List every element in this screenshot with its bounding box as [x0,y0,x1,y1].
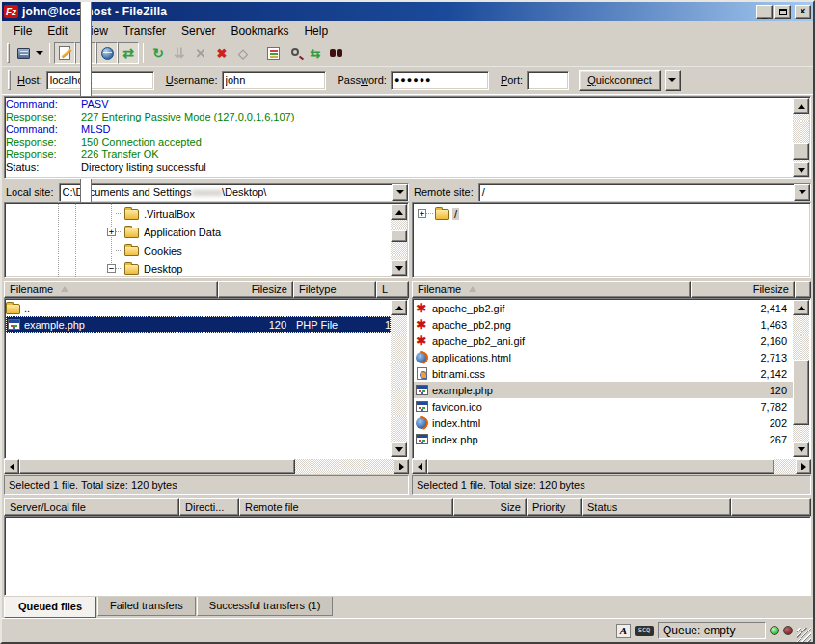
menu-edit[interactable]: Edit [40,22,75,40]
site-manager-dropdown[interactable] [34,42,45,64]
column-header-priority[interactable]: Priority [527,498,582,516]
quickbar-grip[interactable] [8,70,11,90]
process-queue-button[interactable]: ⇊ [169,42,190,64]
scroll-left-button[interactable] [4,459,19,474]
scroll-right-button[interactable] [796,459,811,474]
scroll-left-button[interactable] [412,459,427,474]
binoculars-icon [330,49,343,58]
file-row[interactable]: ✱apache_pb2.gif2,414 [414,300,793,316]
local-list-horizontal-scrollbar[interactable] [4,459,409,474]
remote-list-vertical-scrollbar[interactable] [793,300,809,457]
remote-site-combo[interactable]: / [478,183,811,201]
tree-item[interactable]: Cookies [6,241,391,259]
file-row[interactable]: index.html202 [414,415,793,431]
file-row[interactable]: bitnami.css2,142 [414,365,793,382]
scroll-right-button[interactable] [394,459,409,474]
file-row[interactable]: ✱apache_pb2_ani.gif2,160 [414,333,793,349]
menu-bookmarks[interactable]: Bookmarks [223,22,296,40]
scroll-thumb[interactable] [391,230,407,242]
scroll-down-button[interactable] [391,442,407,457]
directory-comparison-button[interactable] [284,42,305,64]
menu-help[interactable]: Help [296,22,336,40]
toggle-queue-button[interactable]: ⇄ [118,42,139,64]
tree-item[interactable]: .VirtualBox [6,204,391,223]
scroll-down-button[interactable] [391,260,407,276]
toolbar-grip[interactable] [7,43,10,63]
column-header-filetype[interactable]: Filetype [293,281,376,298]
scroll-thumb[interactable] [427,459,774,474]
scroll-down-button[interactable] [793,442,809,457]
scroll-down-button[interactable] [793,162,809,177]
scroll-up-button[interactable] [793,98,809,114]
queue-status-panel: Queue: empty [658,622,766,639]
menu-server[interactable]: Server [174,22,223,40]
file-row[interactable]: applications.html2,713 [414,349,793,365]
queue-list[interactable] [4,516,811,596]
scroll-thumb[interactable] [793,143,809,160]
resize-grip[interactable] [797,628,811,642]
reconnect-button[interactable]: ◇ [232,42,254,64]
file-row-selected[interactable]: example.php120 [414,382,793,398]
local-list-vertical-scrollbar[interactable] [391,300,407,457]
minimize-button[interactable]: _ [756,5,773,19]
file-row-parent-dir[interactable]: .. [6,300,391,316]
scroll-thumb[interactable] [793,360,809,425]
site-manager-button[interactable] [13,42,34,64]
local-site-combo-button[interactable] [392,184,408,201]
file-row[interactable]: ✱apache_pb2.png1,463 [414,316,793,333]
column-header-direction[interactable]: Directi... [179,498,239,516]
column-header-lastmodified[interactable]: L [376,281,409,298]
port-input[interactable] [527,71,569,90]
menu-file[interactable]: File [6,22,40,40]
disconnect-button[interactable]: ✖ [211,42,232,64]
column-header-status[interactable]: Status [582,498,731,516]
remote-site-combo-button[interactable] [794,184,810,201]
column-header-size[interactable]: Size [453,498,527,516]
toolbar-separator [143,43,144,63]
scroll-up-button[interactable] [793,300,809,315]
tree-item[interactable]: −Desktop [6,259,391,276]
tab-failed-transfers[interactable]: Failed transfers [97,597,196,616]
tree-item[interactable]: +Application Data [6,223,391,241]
filter-button[interactable] [262,42,284,64]
menu-transfer[interactable]: Transfer [116,22,174,40]
expand-icon[interactable]: + [418,209,426,218]
tab-successful-transfers[interactable]: Successful transfers (1) [197,597,334,616]
cancel-button[interactable]: ✕ [190,42,211,64]
refresh-button[interactable]: ↻ [148,42,169,64]
column-header-server-local-file[interactable]: Server/Local file [4,498,179,516]
scroll-up-button[interactable] [391,204,407,220]
remote-list-horizontal-scrollbar[interactable] [412,459,811,474]
host-input[interactable] [46,71,154,90]
local-site-combo[interactable]: C:\Documents and Settingsxxxxxxx\Desktop… [59,183,409,201]
log-vertical-scrollbar[interactable] [793,98,809,177]
tree-item[interactable]: +/ [414,204,793,223]
close-button[interactable]: × [795,5,811,19]
file-row[interactable]: favicon.ico7,782 [414,398,793,415]
column-header-filesize[interactable]: Filesize [218,281,293,298]
quickconnect-dropdown[interactable] [665,70,681,91]
toggle-local-tree-button[interactable] [75,42,96,64]
column-header-remote-file[interactable]: Remote file [239,498,453,516]
collapse-icon[interactable]: − [107,264,116,273]
transfer-type-ascii-icon[interactable]: A [616,624,631,638]
toggle-remote-tree-button[interactable] [96,42,118,64]
quickconnect-button[interactable]: Quickconnect [579,70,661,91]
file-row-selected[interactable]: example.php 120 PHP File 1 [6,316,391,333]
scroll-up-button[interactable] [391,300,407,315]
synchronized-browsing-button[interactable]: ⇆ [305,42,326,64]
maximize-button[interactable] [774,5,791,19]
expand-icon[interactable]: + [107,228,116,236]
toggle-message-log-button[interactable] [54,42,75,64]
find-files-button[interactable] [326,42,347,64]
scroll-thumb[interactable] [19,459,295,474]
tab-queued-files[interactable]: Queued files [4,597,96,618]
file-row[interactable]: index.php267 [414,431,793,447]
local-tree-vertical-scrollbar[interactable] [391,204,407,276]
password-input[interactable] [391,71,489,90]
username-input[interactable] [222,71,326,90]
column-header-filename[interactable]: Filename [412,281,691,298]
speed-limit-icon[interactable]: SCQ [635,626,654,636]
column-header-filesize[interactable]: Filesize [691,281,795,298]
column-header-filename[interactable]: Filename [4,281,218,298]
